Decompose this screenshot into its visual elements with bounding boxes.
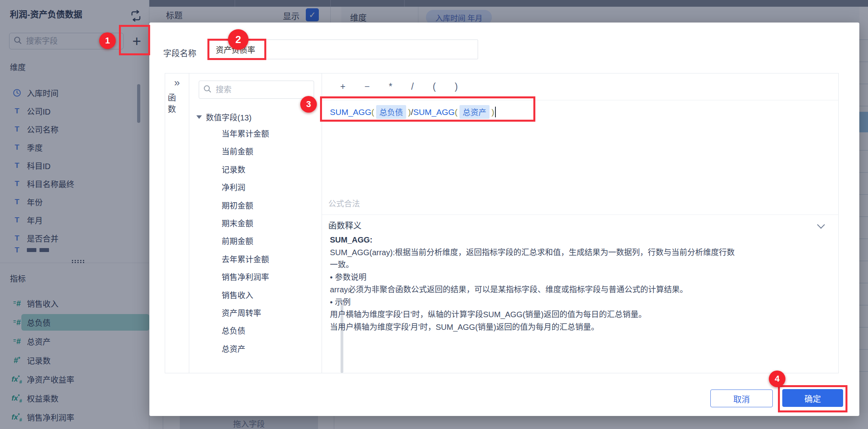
search-icon xyxy=(203,85,212,95)
help-line: 当用户横轴为维度字段'月'时，SUM_AGG(销量)返回的值为每月的汇总销量。 xyxy=(330,321,831,334)
chevron-down-icon[interactable] xyxy=(817,221,825,229)
tree-item[interactable]: 当前金额 xyxy=(222,145,253,157)
function-help-title: 函数释义 xyxy=(328,219,362,231)
tree-group-label: 数值字段(13) xyxy=(206,111,252,123)
tree-item[interactable]: 销售收入 xyxy=(222,289,253,301)
triangle-down-icon xyxy=(196,115,202,119)
help-line: • 示例 xyxy=(330,296,831,309)
cancel-button[interactable]: 取消 xyxy=(710,389,773,407)
tree-item[interactable]: 当年累计金额 xyxy=(222,128,269,139)
operator-button[interactable]: ) xyxy=(455,81,458,92)
tree-item[interactable]: 净利润 xyxy=(222,181,245,193)
tree-item[interactable]: 总资产 xyxy=(222,343,245,355)
operator-button[interactable]: ( xyxy=(433,81,436,92)
help-line: 用户横轴为维度字段'日'时，纵轴的计算字段SUM_AGG(销量)返回的值为每日的… xyxy=(330,309,831,321)
calculated-field-dialog: 字段名称 » 函数 数值字段(13) xyxy=(149,23,859,416)
help-line: SUM_AGG: xyxy=(330,234,831,246)
operator-bar: +−*/() xyxy=(322,73,839,100)
operator-button[interactable]: − xyxy=(364,81,369,92)
annotation-step-1: 1 xyxy=(99,32,116,49)
tree-group-numeric-fields[interactable]: 数值字段(13) xyxy=(196,111,252,123)
operator-button[interactable]: + xyxy=(340,81,345,92)
tree-item[interactable]: 期初金额 xyxy=(222,199,253,211)
tree-item[interactable]: 销售净利润率 xyxy=(222,271,269,283)
help-line: SUM_AGG(array):根据当前分析维度，返回指标字段的汇总求和值，生成结… xyxy=(330,246,831,259)
field-name-label: 字段名称 xyxy=(163,47,196,58)
operator-button[interactable]: * xyxy=(389,81,392,92)
tree-search-input[interactable] xyxy=(215,85,294,95)
tree-item[interactable]: 期末金额 xyxy=(222,217,253,229)
collapse-panel-icon[interactable]: » xyxy=(165,77,189,88)
tree-item[interactable]: 前期金额 xyxy=(222,235,253,247)
function-help-text: SUM_AGG:SUM_AGG(array):根据当前分析维度，返回指标字段的汇… xyxy=(330,234,831,333)
annotation-box-ok xyxy=(778,385,847,412)
tree-search-box[interactable] xyxy=(199,81,314,99)
help-line: 一致。 xyxy=(330,259,831,271)
annotation-box-add-button xyxy=(119,25,150,55)
tree-item[interactable]: 总负债 xyxy=(222,325,245,337)
formula-status: 公式合法 xyxy=(328,198,360,209)
function-tab[interactable]: » 函数 xyxy=(165,73,189,373)
annotation-box-formula xyxy=(320,96,535,122)
help-line: • 参数说明 xyxy=(330,271,831,284)
tree-item[interactable]: 记录数 xyxy=(222,164,245,175)
app-window: 标题 显示 ✓ 维度 入库时间 年月 拖入字段 利润-资产负债数据 xyxy=(0,0,868,429)
tree-item[interactable]: 去年累计金额 xyxy=(222,253,269,265)
annotation-step-3: 3 xyxy=(300,96,317,113)
function-tab-label: 函数 xyxy=(165,93,177,116)
tree-item[interactable]: 资产周转率 xyxy=(222,307,261,319)
operator-button[interactable]: / xyxy=(411,81,414,92)
annotation-step-4: 4 xyxy=(769,371,785,387)
field-tree-panel: 数值字段(13) 当年累计金额当前金额记录数净利润期初金额期末金额前期金额去年累… xyxy=(189,73,322,373)
annotation-step-2: 2 xyxy=(228,29,249,50)
help-line: array必须为非聚合函数公式返回的结果，可以是某指标字段、维度或指标字段与普通… xyxy=(330,284,831,296)
